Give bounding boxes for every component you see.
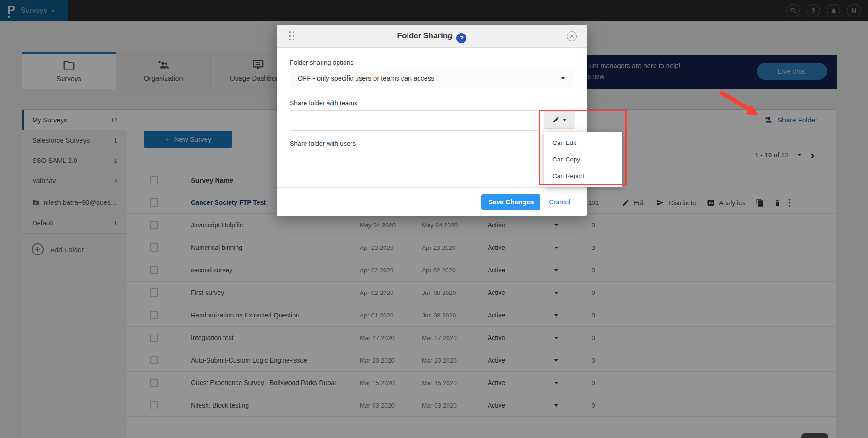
share-users-input[interactable] [290, 151, 538, 171]
save-changes-button[interactable]: Save Changes [481, 194, 540, 210]
share-teams-label: Share folder with teams [290, 99, 357, 107]
modal-footer: Save Changes Cancel [277, 187, 587, 216]
modal-title: Folder Sharing? [277, 31, 587, 43]
sharing-options-label: Folder sharing options [290, 59, 354, 66]
modal-title-text: Folder Sharing [397, 31, 453, 40]
share-users-label: Share folder with users [290, 140, 356, 147]
modal-header: Folder Sharing? ✕ [277, 25, 587, 48]
share-teams-input[interactable] [290, 110, 538, 131]
sharing-options-value: OFF - only specific users or teams can a… [298, 75, 434, 82]
app-canvas: P Surveys ? N Surveys Organization [0, 0, 868, 438]
chevron-down-icon [561, 77, 565, 80]
cancel-button[interactable]: Cancel [549, 198, 570, 206]
annotation-highlight-rect [539, 110, 627, 185]
annotation-arrow [715, 90, 770, 122]
close-icon[interactable]: ✕ [567, 31, 577, 41]
help-badge-icon[interactable]: ? [456, 33, 466, 43]
sharing-options-select[interactable]: OFF - only specific users or teams can a… [290, 69, 573, 87]
